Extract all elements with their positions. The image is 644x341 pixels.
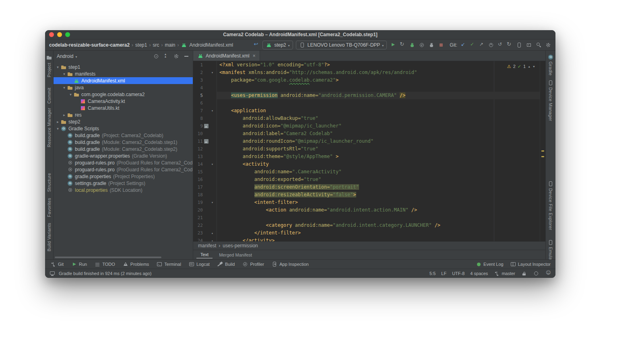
tool-button-problems[interactable]: Problems: [122, 261, 149, 267]
collapse-all-button[interactable]: [163, 53, 169, 60]
breadcrumb-item[interactable]: uses-permission: [223, 243, 258, 249]
editor-tab[interactable]: AndroidManifest.xml: [193, 51, 260, 61]
project-options-button[interactable]: [173, 53, 180, 60]
tool-button-profiler[interactable]: Profiler: [242, 261, 264, 267]
tool-button-device-manager[interactable]: Device Manager: [548, 87, 553, 121]
tree-item[interactable]: ▾manifests: [54, 70, 193, 77]
profile-button[interactable]: [419, 42, 425, 48]
tree-expanded-arrow-icon[interactable]: ▾: [62, 72, 67, 76]
project-tool-icon[interactable]: [46, 54, 52, 61]
code-line[interactable]: 13 android:theme="@style/AppTheme" >: [193, 153, 545, 160]
code-line[interactable]: 8 android:allowBackup="true": [193, 115, 545, 122]
code-line[interactable]: 3 package="com.google.codelab.camera2">: [193, 76, 545, 84]
tree-item[interactable]: ▸step2: [54, 118, 193, 125]
breadcrumb-item[interactable]: src: [153, 42, 159, 48]
tool-button-emulator[interactable]: Emulator: [548, 247, 553, 259]
warning-stripe-mark[interactable]: [541, 156, 544, 157]
tree-item[interactable]: ▾java: [54, 84, 193, 91]
code-line[interactable]: 15 android:name=".CameraActivity": [193, 168, 545, 176]
tree-item[interactable]: ▾com.google.codelab.camera2: [54, 91, 193, 98]
tree-item[interactable]: build.gradle(Module: Camera2_Codelab.ste…: [54, 139, 193, 146]
tool-button-build-variants[interactable]: Build Variants: [47, 223, 52, 251]
titlebar[interactable]: Camera2 Codelab – AndroidManifest.xml [C…: [45, 30, 555, 39]
code-line[interactable]: 16 android:exported="true": [193, 176, 545, 183]
code-line[interactable]: 9 android:icon="@mipmap/ic_launcher": [193, 122, 545, 130]
git-branch[interactable]: master: [493, 270, 515, 277]
horizontal-scrollbar[interactable]: [55, 257, 161, 258]
tool-button-commit[interactable]: Commit: [47, 88, 52, 104]
gradle-sync-button[interactable]: [506, 42, 513, 48]
tool-button-device-file-explorer[interactable]: Device File Explorer: [548, 188, 553, 230]
tool-button-structure[interactable]: Structure: [47, 173, 52, 192]
tab-text[interactable]: Text: [196, 251, 213, 259]
zoom-window-button[interactable]: [65, 32, 70, 37]
device-file-explorer-icon[interactable]: [547, 181, 554, 187]
stop-button[interactable]: [438, 42, 444, 48]
toolwindow-toggle-icon[interactable]: [49, 270, 56, 277]
drawable-preview-icon[interactable]: [204, 123, 209, 129]
write-access-icon[interactable]: [521, 270, 527, 277]
tree-expanded-arrow-icon[interactable]: ▾: [55, 127, 60, 131]
code-line[interactable]: 2▾<manifest xmlns:android="http://schema…: [193, 69, 545, 76]
tree-item[interactable]: ▸res: [54, 111, 193, 118]
code-line[interactable]: 6: [193, 99, 545, 107]
code-line[interactable]: 18 android:resizeableActivity="false">: [193, 191, 545, 199]
tree-item[interactable]: local.properties(SDK Location): [54, 187, 193, 193]
attach-debugger-button[interactable]: [428, 42, 435, 48]
code-line[interactable]: 17 android:screenOrientation="portrait": [193, 183, 545, 191]
fold-icon[interactable]: ▴: [210, 229, 215, 237]
emulator-icon[interactable]: [547, 239, 554, 246]
tool-button-layout-inspector[interactable]: Layout Inspector: [510, 261, 551, 267]
close-icon[interactable]: [253, 53, 256, 59]
gradle-icon[interactable]: [547, 54, 554, 60]
run-configuration-select[interactable]: step2: [262, 41, 293, 49]
code-line[interactable]: 22 <category android:name="android.inten…: [193, 222, 545, 229]
drawable-preview-icon[interactable]: [204, 139, 209, 144]
tree-collapsed-arrow-icon[interactable]: ▸: [55, 120, 60, 124]
tool-button-terminal[interactable]: Terminal: [156, 261, 181, 267]
tree-expanded-arrow-icon[interactable]: ▾: [68, 92, 73, 97]
project-view-selector[interactable]: Android: [57, 53, 73, 59]
device-select[interactable]: LENOVO Lenovo TB-Q706F-DPP: [296, 41, 387, 49]
fold-icon[interactable]: ▾: [210, 199, 215, 206]
minimize-window-button[interactable]: [57, 32, 62, 37]
breadcrumb-item[interactable]: step1: [135, 42, 147, 48]
fold-icon[interactable]: ▾: [210, 107, 215, 115]
sdk-manager-button[interactable]: [526, 42, 532, 48]
tool-button-logcat[interactable]: Logcat: [188, 261, 210, 267]
warning-stripe-mark[interactable]: [541, 150, 544, 152]
tree-item[interactable]: build.gradle(Module: Camera2_Codelab.ste…: [54, 146, 193, 152]
back-arrow-icon[interactable]: [253, 42, 260, 48]
tool-button-git[interactable]: Git: [50, 261, 64, 267]
tool-button-resource-manager[interactable]: Resource Manager: [47, 108, 52, 147]
settings-button[interactable]: [545, 42, 551, 48]
breadcrumb-item[interactable]: AndroidManifest.xml: [189, 42, 233, 48]
tree-expanded-arrow-icon[interactable]: ▾: [55, 65, 60, 69]
tree-item[interactable]: settings.gradle(Project Settings): [54, 180, 193, 187]
tool-button-app-inspection[interactable]: App Inspection: [271, 261, 309, 267]
tree-item[interactable]: CameraUtils.kt: [54, 105, 193, 111]
code-line[interactable]: 20 <action android:name="android.intent.…: [193, 206, 545, 214]
inspections-widget[interactable]: 2 1: [505, 62, 537, 71]
breadcrumb-item[interactable]: codelab-resizable-surface-camera2: [49, 42, 130, 48]
line-separator[interactable]: LF: [441, 271, 446, 276]
code-line[interactable]: 21: [193, 214, 545, 222]
locate-file-button[interactable]: [153, 53, 159, 60]
code-line[interactable]: 23▴ </intent-filter>: [193, 229, 545, 237]
code-line[interactable]: 11 android:roundIcon="@mipmap/ic_launche…: [193, 138, 545, 145]
code-line[interactable]: 10 android:label="Camera2 Codelab": [193, 130, 545, 138]
file-encoding[interactable]: UTF-8: [452, 271, 464, 276]
search-everywhere-button[interactable]: [535, 42, 542, 48]
caret-position[interactable]: 5:5: [429, 271, 436, 276]
code-line[interactable]: 5 <uses-permission android:name="android…: [193, 92, 545, 99]
next-issue-button[interactable]: [533, 63, 535, 70]
tree-item[interactable]: proguard-rules.pro(ProGuard Rules for Ca…: [54, 166, 193, 173]
code-editor[interactable]: 1<?xml version="1.0" encoding="utf-8"?>2…: [193, 61, 545, 241]
tree-item[interactable]: proguard-rules.pro(ProGuard Rules for Ca…: [54, 159, 193, 166]
code-line[interactable]: 1<?xml version="1.0" encoding="utf-8"?>: [193, 61, 545, 69]
vcs-update-button[interactable]: [460, 42, 466, 48]
code-line[interactable]: 24▴ </activity>: [193, 237, 545, 241]
tool-button-todo[interactable]: TODO: [94, 261, 115, 267]
code-line[interactable]: 14▾ <activity: [193, 160, 545, 168]
tree-item[interactable]: AndroidManifest.xml: [54, 77, 193, 84]
